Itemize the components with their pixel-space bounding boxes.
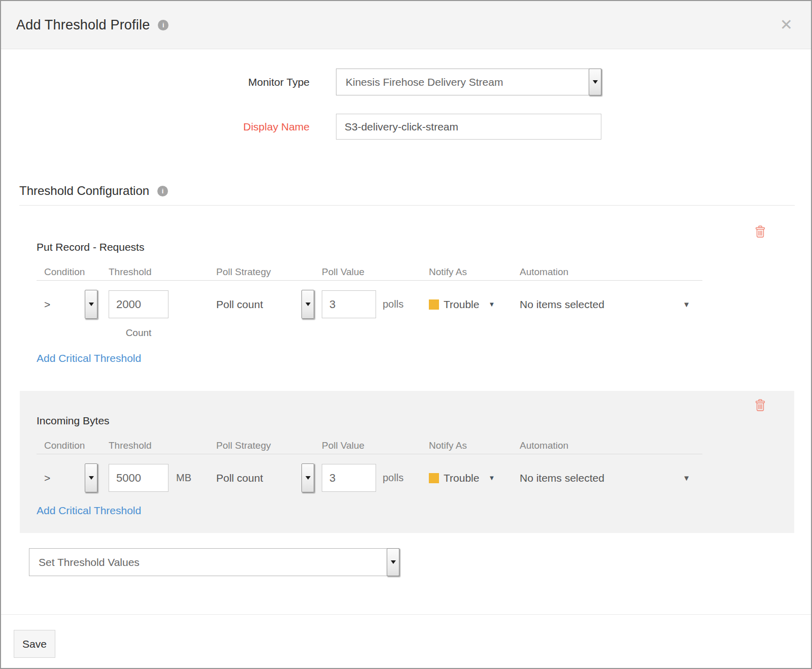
chevron-down-icon (306, 303, 311, 306)
column-header-poll-strategy: Poll Strategy (216, 440, 322, 451)
add-critical-threshold-link[interactable]: Add Critical Threshold (37, 505, 141, 517)
section-divider (19, 205, 795, 206)
threshold-unit-label: MB (176, 472, 191, 484)
poll-value-unit-label: polls (383, 298, 403, 310)
threshold-unit-label: Count (109, 327, 168, 339)
automation-dropdown[interactable]: No items selected ▼ (520, 298, 702, 311)
threshold-row: > Count Poll count polls Tr (37, 290, 702, 319)
save-button[interactable]: Save (14, 630, 55, 658)
display-name-row: Display Name (1, 114, 601, 140)
chevron-down-icon (306, 476, 311, 480)
add-threshold-profile-modal: Add Threshold Profile i ✕ Monitor Type K… (0, 0, 812, 669)
notify-as-value: Trouble (444, 472, 479, 484)
column-header-automation: Automation (520, 266, 702, 278)
condition-dropdown-button[interactable] (85, 463, 97, 492)
page-title: Add Threshold Profile (16, 17, 150, 33)
column-header-poll-value: Poll Value (322, 440, 429, 451)
chevron-down-icon: ▼ (683, 300, 690, 309)
notify-as-dropdown[interactable]: Trouble ▼ (429, 472, 520, 484)
poll-value-unit-label: polls (383, 472, 403, 484)
condition-select[interactable]: > (37, 463, 109, 492)
chevron-down-icon: ▼ (488, 300, 495, 308)
delete-threshold-button[interactable] (755, 399, 766, 414)
set-threshold-values-value: Set Threshold Values (39, 556, 140, 568)
threshold-block-incoming-bytes: Incoming Bytes Condition Threshold Poll … (20, 391, 794, 533)
threshold-row: > MB Poll count polls Troub (37, 463, 702, 492)
delete-threshold-button[interactable] (755, 225, 766, 240)
poll-value-input[interactable] (322, 464, 376, 492)
column-header-row: Condition Threshold Poll Strategy Poll V… (37, 440, 702, 454)
condition-value: > (44, 472, 50, 484)
poll-strategy-select[interactable]: Poll count (216, 290, 322, 319)
chevron-down-icon (89, 476, 94, 480)
set-threshold-values-dropdown-button[interactable] (387, 548, 399, 576)
section-heading: Threshold Configuration i (19, 184, 168, 198)
poll-strategy-select[interactable]: Poll count (216, 463, 322, 492)
column-header-notify-as: Notify As (429, 266, 520, 278)
column-header-threshold: Threshold (109, 440, 216, 451)
monitor-type-label: Monitor Type (1, 76, 310, 88)
trash-icon (755, 399, 766, 412)
poll-strategy-dropdown-button[interactable] (301, 290, 314, 319)
threshold-input[interactable] (109, 290, 168, 318)
section-title: Threshold Configuration (19, 184, 149, 198)
add-critical-threshold-link[interactable]: Add Critical Threshold (37, 352, 141, 364)
chevron-down-icon: ▼ (683, 474, 690, 482)
notify-as-dropdown[interactable]: Trouble ▼ (429, 298, 520, 311)
column-header-notify-as: Notify As (429, 440, 520, 451)
column-header-poll-value: Poll Value (322, 266, 429, 278)
monitor-type-dropdown-button[interactable] (589, 69, 601, 95)
automation-dropdown[interactable]: No items selected ▼ (520, 472, 702, 484)
column-header-condition: Condition (37, 440, 109, 451)
info-icon[interactable]: i (157, 186, 168, 196)
threshold-input[interactable] (109, 464, 168, 492)
automation-value: No items selected (520, 298, 604, 311)
column-header-poll-strategy: Poll Strategy (216, 266, 322, 278)
chevron-down-icon: ▼ (488, 474, 495, 482)
poll-strategy-dropdown-button[interactable] (301, 463, 314, 492)
set-threshold-values-select[interactable]: Set Threshold Values (29, 548, 399, 576)
column-header-threshold: Threshold (109, 266, 216, 278)
trash-icon (755, 225, 766, 238)
info-icon[interactable]: i (158, 20, 168, 30)
poll-strategy-value: Poll count (216, 472, 263, 484)
column-header-row: Condition Threshold Poll Strategy Poll V… (37, 266, 702, 281)
automation-value: No items selected (520, 472, 604, 484)
threshold-block-put-record: Put Record - Requests Condition Threshol… (20, 217, 794, 387)
modal-header: Add Threshold Profile i ✕ (1, 1, 811, 49)
condition-select[interactable]: > (37, 290, 109, 319)
condition-dropdown-button[interactable] (85, 290, 97, 319)
poll-value-input[interactable] (322, 290, 376, 318)
chevron-down-icon (89, 303, 94, 306)
modal-footer: Save (1, 614, 811, 669)
column-header-condition: Condition (37, 266, 109, 278)
chevron-down-icon (593, 80, 598, 84)
column-header-automation: Automation (520, 440, 702, 451)
display-name-label: Display Name (1, 121, 310, 133)
chevron-down-icon (391, 560, 396, 564)
notify-as-value: Trouble (444, 298, 479, 311)
monitor-type-select[interactable]: Kinesis Firehose Delivery Stream (336, 69, 601, 95)
metric-title: Incoming Bytes (37, 415, 794, 427)
monitor-type-value: Kinesis Firehose Delivery Stream (346, 76, 503, 88)
monitor-type-row: Monitor Type Kinesis Firehose Delivery S… (1, 69, 601, 95)
metric-title: Put Record - Requests (37, 241, 794, 253)
display-name-input[interactable] (336, 114, 601, 140)
condition-value: > (44, 298, 50, 311)
trouble-color-swatch (429, 473, 439, 483)
close-icon[interactable]: ✕ (776, 15, 797, 35)
poll-strategy-value: Poll count (216, 298, 263, 311)
trouble-color-swatch (429, 299, 439, 310)
